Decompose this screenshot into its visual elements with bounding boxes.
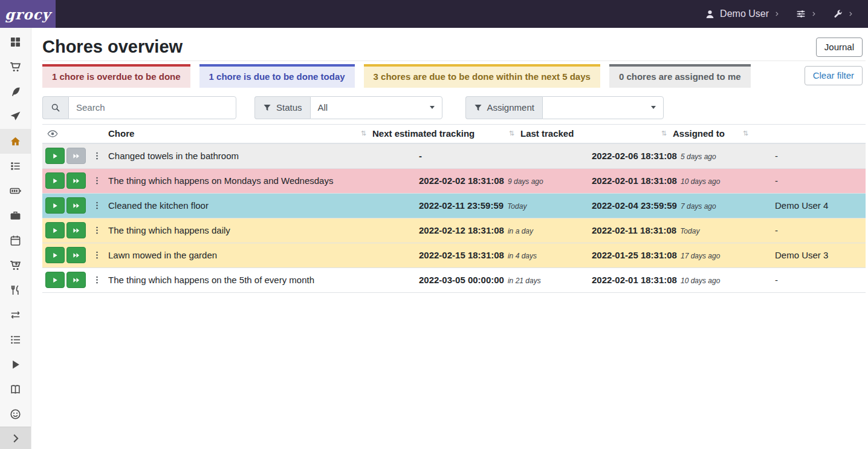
sliders-icon bbox=[796, 9, 806, 19]
last-tracked-relative: 17 days ago bbox=[681, 252, 720, 260]
column-header-next-estimated-tracking[interactable]: Next estimated tracking ⇅ bbox=[372, 125, 520, 143]
table-row: Lawn mowed in the garden 2022-02-15 18:3… bbox=[42, 243, 866, 268]
summary-card[interactable]: 1 chore is due to be done today bbox=[199, 64, 355, 88]
settings-menu[interactable] bbox=[796, 9, 817, 19]
last-tracked-timestamp: 2022-02-06 18:31:08 bbox=[592, 151, 677, 161]
caret-down-icon bbox=[430, 106, 435, 109]
last-tracked-timestamp: 2022-01-25 18:31:08 bbox=[592, 250, 677, 260]
boxes-icon bbox=[10, 36, 21, 48]
status-select-value: All bbox=[318, 102, 328, 113]
chevron-right-icon bbox=[774, 11, 780, 17]
last-tracked-timestamp: 2022-02-11 18:31:08 bbox=[592, 225, 676, 235]
row-menu-button[interactable] bbox=[91, 150, 103, 162]
sidebar-item-meal-plan[interactable] bbox=[0, 104, 31, 129]
next-estimated-tracking-cell: 2022-02-15 18:31:08in 4 days bbox=[419, 250, 592, 260]
eye-icon bbox=[47, 128, 58, 139]
next-estimated-relative: Today bbox=[507, 202, 526, 211]
play-icon bbox=[51, 252, 59, 259]
sidebar-item-inventory[interactable] bbox=[0, 327, 31, 352]
column-header-last-tracked[interactable]: Last tracked ⇅ bbox=[520, 125, 673, 143]
row-actions bbox=[42, 272, 108, 288]
column-header-assigned-to[interactable]: Assigned to ⇅ bbox=[673, 125, 754, 143]
journal-button[interactable]: Journal bbox=[816, 38, 863, 57]
next-estimated-timestamp: 2022-02-02 18:31:08 bbox=[419, 175, 504, 186]
track-chore-execution-button[interactable] bbox=[45, 272, 65, 288]
last-tracked-timestamp: 2022-02-04 23:59:59 bbox=[592, 200, 677, 211]
skip-next-chore-schedule-button[interactable] bbox=[66, 222, 86, 238]
track-chore-execution-button[interactable] bbox=[45, 148, 65, 164]
sidebar-item-shopping-list[interactable] bbox=[0, 54, 31, 79]
column-header-chore[interactable]: Chore ⇅ bbox=[108, 125, 372, 143]
clear-filter-button[interactable]: Clear filter bbox=[805, 66, 863, 85]
sidebar-item-equipment[interactable] bbox=[0, 203, 31, 228]
row-actions bbox=[42, 197, 108, 214]
sidebar-item-collapse-sidebar[interactable] bbox=[0, 427, 31, 449]
next-estimated-tracking-cell: 2022-02-02 18:31:089 days ago bbox=[419, 175, 592, 186]
skip-next-chore-schedule-button[interactable] bbox=[66, 272, 86, 288]
next-estimated-tracking-cell: 2022-02-11 23:59:59Today bbox=[419, 200, 592, 211]
table-row: The thing which happens daily 2022-02-12… bbox=[42, 218, 866, 243]
sidebar-item-consume[interactable] bbox=[0, 278, 31, 303]
summary-card[interactable]: 1 chore is overdue to be done bbox=[42, 64, 190, 88]
last-tracked-cell: 2022-02-01 18:31:0810 days ago bbox=[592, 175, 775, 186]
last-tracked-relative: 10 days ago bbox=[681, 177, 720, 186]
summary-card-label: 1 chore is due to be done today bbox=[209, 71, 345, 82]
last-tracked-timestamp: 2022-02-01 18:31:08 bbox=[592, 175, 677, 186]
feather-icon bbox=[10, 86, 21, 97]
row-menu-button[interactable] bbox=[91, 200, 103, 211]
user-menu[interactable]: Demo User bbox=[705, 8, 780, 19]
next-estimated-timestamp: 2022-02-12 18:31:08 bbox=[419, 225, 504, 235]
row-menu-button[interactable] bbox=[91, 249, 103, 261]
wrench-icon bbox=[833, 9, 843, 19]
chore-name: Changed towels in the bathroom bbox=[108, 151, 419, 161]
admin-menu[interactable] bbox=[833, 9, 853, 19]
sidebar-item-calendar[interactable] bbox=[0, 228, 31, 253]
play-icon bbox=[51, 177, 59, 185]
next-estimated-tracking-cell: 2022-03-05 00:00:00in 21 days bbox=[419, 275, 592, 285]
summary-card[interactable]: 3 chores are due to be done within the n… bbox=[364, 64, 600, 88]
last-tracked-relative: 7 days ago bbox=[681, 202, 716, 211]
status-select[interactable]: All bbox=[310, 96, 442, 119]
top-navbar: grocy Demo User bbox=[0, 0, 868, 28]
assigned-to-cell: - bbox=[775, 275, 866, 285]
table-row: The thing which happens on the 5th of ev… bbox=[42, 268, 866, 293]
sidebar-item-feedback[interactable] bbox=[0, 402, 31, 427]
sidebar-item-tasks[interactable] bbox=[0, 154, 31, 179]
summary-card[interactable]: 0 chores are assigned to me bbox=[609, 64, 751, 88]
row-menu-button[interactable] bbox=[91, 274, 103, 286]
track-chore-execution-button[interactable] bbox=[45, 197, 65, 214]
assignment-select[interactable] bbox=[542, 96, 664, 119]
skip-next-chore-schedule-button[interactable] bbox=[66, 172, 86, 189]
track-chore-execution-button[interactable] bbox=[45, 172, 65, 189]
sidebar-item-purchase[interactable] bbox=[0, 253, 31, 278]
sort-icon: ⇅ bbox=[509, 129, 514, 137]
sidebar-item-stock-overview[interactable] bbox=[0, 30, 31, 54]
row-menu-button[interactable] bbox=[91, 224, 103, 236]
sidebar-item-chore-tracking[interactable] bbox=[0, 352, 31, 377]
play-icon bbox=[51, 277, 59, 284]
utensils-icon bbox=[10, 284, 21, 296]
search-input[interactable] bbox=[68, 96, 236, 119]
last-tracked-cell: 2022-02-01 18:31:0810 days ago bbox=[592, 275, 775, 285]
summary-card-label: 3 chores are due to be done within the n… bbox=[374, 71, 591, 82]
chore-name: The thing which happens on the 5th of ev… bbox=[108, 275, 419, 285]
sidebar-item-recipes[interactable] bbox=[0, 79, 31, 104]
last-tracked-cell: 2022-01-25 18:31:0817 days ago bbox=[592, 250, 775, 260]
skip-next-chore-schedule-button[interactable] bbox=[66, 197, 86, 214]
fast-forward-icon bbox=[73, 177, 80, 185]
sidebar-item-batteries-overview[interactable] bbox=[0, 179, 31, 203]
assignment-filter-addon: Assignment bbox=[465, 96, 542, 119]
assignment-filter-group: Assignment bbox=[465, 96, 664, 119]
brand-logo[interactable]: grocy bbox=[0, 0, 56, 28]
next-estimated-tracking-cell: 2022-02-12 18:31:08in a day bbox=[419, 225, 592, 235]
skip-next-chore-schedule-button[interactable] bbox=[66, 247, 86, 263]
track-chore-execution-button[interactable] bbox=[45, 222, 65, 238]
sidebar bbox=[0, 28, 31, 449]
sidebar-item-transfer[interactable] bbox=[0, 303, 31, 327]
track-chore-execution-button[interactable] bbox=[45, 247, 65, 263]
sidebar-item-chores-overview[interactable] bbox=[0, 129, 31, 154]
last-tracked-relative: Today bbox=[680, 227, 699, 235]
calendar-icon bbox=[10, 235, 21, 246]
sidebar-item-battery-tracking[interactable] bbox=[0, 377, 31, 402]
row-menu-button[interactable] bbox=[91, 175, 103, 186]
